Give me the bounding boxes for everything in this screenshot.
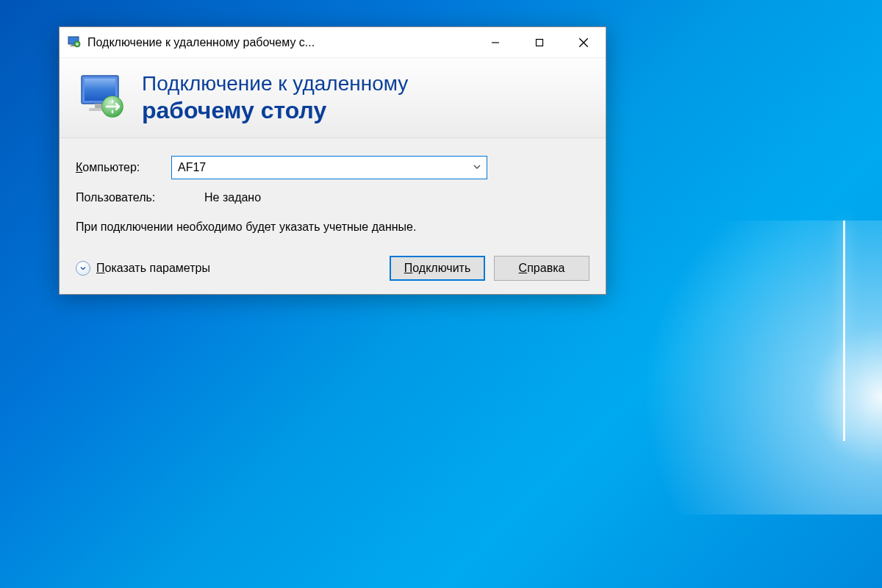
credentials-hint: При подключении необходимо будет указать… (76, 219, 487, 235)
user-value: Не задано (204, 191, 261, 204)
connect-button[interactable]: Подключить (390, 256, 485, 281)
computer-input[interactable] (171, 156, 487, 179)
computer-field-row: Компьютер: (76, 156, 589, 179)
minimize-button[interactable] (473, 27, 517, 57)
help-button[interactable]: Справка (494, 256, 589, 281)
rdp-large-icon (76, 71, 129, 124)
svg-rect-5 (537, 39, 543, 46)
show-options-toggle[interactable]: Показать параметры (76, 261, 210, 276)
expand-down-icon (76, 261, 90, 276)
maximize-button[interactable] (517, 27, 562, 57)
user-label: Пользователь: (76, 191, 204, 204)
desktop-background-light-beam (843, 220, 845, 441)
header-title-line1: Подключение к удаленному (142, 71, 408, 96)
header-title: Подключение к удаленному рабочему столу (142, 71, 408, 124)
user-field-row: Пользователь: Не задано (76, 191, 589, 204)
close-button[interactable] (562, 27, 606, 57)
titlebar[interactable]: Подключение к удаленному рабочему с... (60, 27, 606, 58)
show-options-label: Показать параметры (96, 262, 210, 275)
dialog-header: Подключение к удаленному рабочему столу (60, 58, 606, 138)
rdp-dialog-window: Подключение к удаленному рабочему с... (59, 26, 606, 295)
rdp-app-icon (67, 35, 82, 50)
window-controls (473, 27, 606, 57)
button-group: Подключить Справка (390, 256, 589, 281)
dialog-footer: Показать параметры Подключить Справка (76, 256, 589, 281)
computer-label: Компьютер: (76, 161, 171, 174)
window-title: Подключение к удаленному рабочему с... (87, 36, 473, 49)
dialog-body: Компьютер: Пользователь: Не задано При п… (60, 138, 606, 294)
computer-combo-wrap (171, 156, 487, 179)
header-title-line2: рабочему столу (142, 96, 408, 124)
